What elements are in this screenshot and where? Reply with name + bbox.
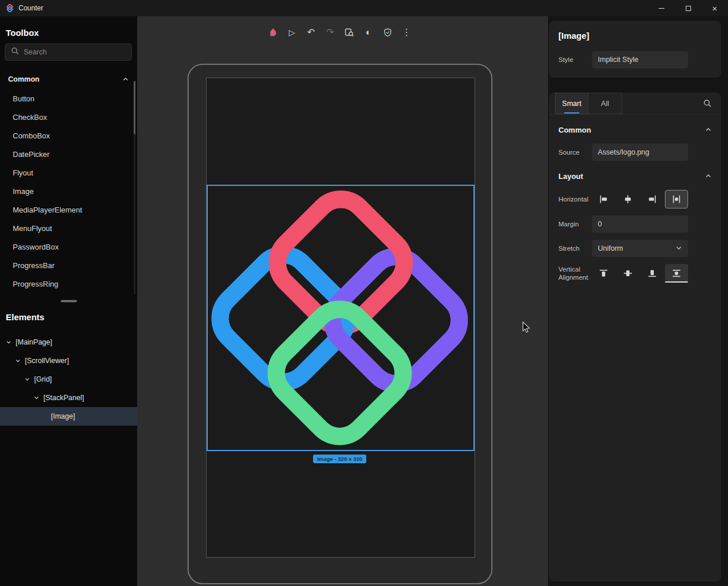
- toolbox-item[interactable]: MenuFlyout: [0, 219, 137, 238]
- section-layout[interactable]: Layout: [549, 169, 721, 183]
- align-horizontal-right-button[interactable]: [641, 190, 664, 208]
- margin-input[interactable]: [592, 215, 688, 233]
- properties-panel: [Image] Style Smart All Common Source: [548, 16, 728, 586]
- align-vstretch-icon: [672, 269, 681, 278]
- search-icon: [703, 99, 712, 108]
- align-middle-icon: [623, 269, 633, 278]
- tree-item-mainpage[interactable]: [MainPage]: [0, 333, 137, 351]
- align-vertical-stretch-button[interactable]: [665, 264, 688, 283]
- toolbox-item[interactable]: Image: [0, 182, 137, 201]
- align-horizontal-left-button[interactable]: [592, 190, 615, 208]
- tree-item-scrollviewer[interactable]: [ScrollViewer]: [0, 351, 137, 370]
- more-options-button[interactable]: ⋮: [401, 25, 413, 39]
- align-vertical-bottom-button[interactable]: [641, 264, 664, 283]
- close-button[interactable]: ×: [701, 0, 728, 16]
- align-bottom-icon: [648, 269, 657, 278]
- toolbox-item[interactable]: Flyout: [0, 164, 137, 182]
- play-button[interactable]: ▷: [286, 25, 298, 39]
- horizontal-alignment-row: Horizontal: [558, 190, 712, 208]
- tree-item-label: [MainPage]: [16, 338, 52, 346]
- chevron-down-icon[interactable]: [34, 395, 39, 401]
- chevron-down-icon: [675, 244, 682, 253]
- toolbox-item[interactable]: DatePicker: [0, 145, 137, 164]
- search-icon: [11, 47, 19, 57]
- validation-button[interactable]: [382, 25, 394, 39]
- toolbox-panel: Toolbox Common Button CheckBox ComboBox …: [0, 16, 137, 294]
- toolbox-search[interactable]: [5, 43, 132, 61]
- chevron-down-icon[interactable]: [24, 376, 30, 382]
- inspect-icon: [345, 28, 354, 37]
- elements-heading: Elements: [0, 304, 137, 323]
- margin-row: Margin: [558, 215, 712, 233]
- stretch-label: Stretch: [558, 244, 589, 252]
- minimize-icon: [659, 8, 664, 9]
- chevron-up-icon: [705, 173, 712, 180]
- tree-item-image[interactable]: [Image]: [0, 407, 137, 426]
- section-common[interactable]: Common: [549, 123, 721, 137]
- vertical-alignment-group: [592, 264, 688, 283]
- align-vertical-center-button[interactable]: [616, 264, 639, 283]
- tree-item-label: [Grid]: [34, 375, 52, 383]
- margin-label: Margin: [558, 220, 589, 228]
- design-canvas[interactable]: ▷ ↶ ↷ ◐ ⋮: [137, 16, 548, 586]
- chevron-up-icon: [705, 126, 712, 133]
- tree-item-label: [ScrollViewer]: [25, 357, 69, 365]
- tree-item-grid[interactable]: [Grid]: [0, 370, 137, 389]
- selected-image-element[interactable]: [207, 185, 475, 451]
- properties-search-button[interactable]: [703, 99, 712, 108]
- maximize-button[interactable]: [675, 0, 701, 16]
- toolbox-scrollbar[interactable]: [134, 81, 135, 294]
- panel-splitter[interactable]: [0, 298, 137, 304]
- tree-item-stackpanel[interactable]: [StackPanel]: [0, 389, 137, 407]
- style-row: Style: [558, 51, 712, 68]
- horizontal-alignment-group: [592, 190, 688, 208]
- toolbox-item[interactable]: ProgressRing: [0, 275, 137, 294]
- source-input[interactable]: [592, 144, 688, 161]
- chevron-down-icon[interactable]: [6, 339, 12, 345]
- align-horizontal-stretch-button[interactable]: [665, 190, 688, 208]
- selection-size-badge: Image - 320 x 320: [313, 455, 366, 463]
- elements-panel: Elements [MainPage] [ScrollViewer] [Grid…: [0, 304, 137, 426]
- align-stretch-icon: [672, 195, 681, 204]
- align-top-icon: [599, 269, 608, 278]
- align-horizontal-center-button[interactable]: [616, 190, 639, 208]
- tree-item-label: [StackPanel]: [43, 394, 84, 402]
- toolbox-item[interactable]: Button: [0, 90, 137, 108]
- uno-logo-image: [208, 186, 473, 450]
- toolbox-item[interactable]: CheckBox: [0, 108, 137, 127]
- stretch-row: Stretch Uniform: [558, 240, 712, 257]
- source-row: Source: [558, 144, 712, 161]
- mouse-cursor-icon: [522, 321, 531, 336]
- tab-smart[interactable]: Smart: [555, 93, 589, 114]
- element-picker-button[interactable]: [344, 25, 355, 39]
- theme-toggle-button[interactable]: ◐: [363, 25, 374, 39]
- app-logo-icon: [6, 4, 14, 12]
- undo-icon: ↶: [307, 28, 315, 37]
- search-input[interactable]: [24, 48, 126, 56]
- scrollbar-thumb[interactable]: [134, 81, 135, 134]
- chevron-down-icon[interactable]: [15, 358, 21, 364]
- toolbox-section-label: Common: [8, 75, 39, 83]
- toolbox-item[interactable]: PasswordBox: [0, 238, 137, 257]
- section-layout-label: Layout: [558, 172, 583, 181]
- redo-icon: ↷: [326, 28, 334, 37]
- toolbox-section-common[interactable]: Common: [8, 72, 129, 86]
- align-vertical-top-button[interactable]: [592, 264, 615, 283]
- stretch-value: Uniform: [598, 244, 623, 252]
- redo-button[interactable]: ↷: [325, 25, 336, 39]
- toolbox-item[interactable]: ProgressBar: [0, 257, 137, 275]
- style-input[interactable]: [592, 51, 688, 68]
- stretch-select[interactable]: Uniform: [592, 240, 688, 257]
- hot-reload-button[interactable]: [267, 25, 279, 39]
- tree-item-label: [Image]: [51, 412, 75, 420]
- toolbox-item[interactable]: ComboBox: [0, 127, 137, 145]
- section-common-label: Common: [558, 126, 591, 134]
- splitter-grip-icon: [61, 300, 77, 302]
- align-center-icon: [623, 195, 633, 204]
- canvas-toolbar: ▷ ↶ ↷ ◐ ⋮: [267, 25, 413, 39]
- tab-all[interactable]: All: [589, 93, 622, 114]
- undo-button[interactable]: ↶: [306, 25, 317, 39]
- minimize-button[interactable]: [648, 0, 675, 16]
- toolbox-item[interactable]: MediaPlayerElement: [0, 201, 137, 219]
- design-page[interactable]: [206, 78, 475, 558]
